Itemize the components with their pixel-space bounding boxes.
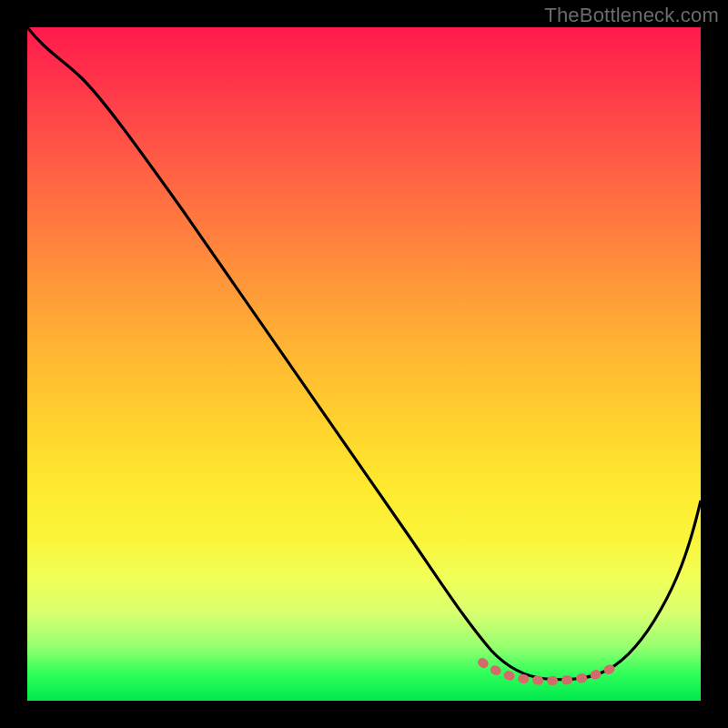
plot-area: [27, 27, 701, 701]
bottleneck-curve: [27, 27, 701, 680]
chart-frame: TheBottleneck.com: [0, 0, 728, 728]
optimal-zone-marker: [482, 662, 619, 681]
chart-svg: [27, 27, 701, 701]
watermark-text: TheBottleneck.com: [544, 4, 719, 27]
